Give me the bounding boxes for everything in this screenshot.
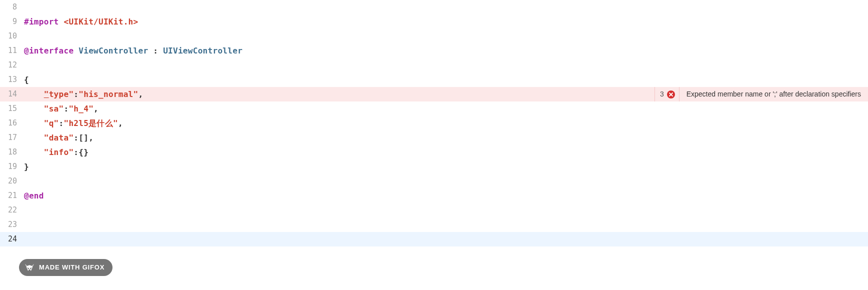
line-number: 14	[0, 88, 24, 100]
code-line[interactable]: 16 "q":"h2l5是什么",	[0, 116, 868, 130]
line-number: 10	[0, 30, 24, 42]
code-line[interactable]: 21@end	[0, 188, 868, 203]
error-message-box[interactable]: Expected member name or ';' after declar…	[679, 87, 868, 102]
code-editor[interactable]: 89#import <UIKit/UIKit.h>1011@interface …	[0, 0, 868, 246]
code-line[interactable]: 24	[0, 232, 868, 246]
code-line[interactable]: 17 "data":[],	[0, 130, 868, 145]
code-line[interactable]: 20	[0, 174, 868, 188]
error-count-box[interactable]: 3	[654, 87, 679, 102]
line-number: 12	[0, 60, 24, 71]
line-number: 23	[0, 219, 24, 230]
code-content[interactable]: @interface ViewController : UIViewContro…	[24, 45, 242, 57]
code-line[interactable]: 18 "info":{}	[0, 145, 868, 160]
code-line[interactable]: 9#import <UIKit/UIKit.h>	[0, 14, 868, 29]
code-line[interactable]: 10	[0, 29, 868, 44]
code-content[interactable]: #import <UIKit/UIKit.h>	[24, 16, 138, 28]
code-content[interactable]: "info":{}	[24, 146, 88, 158]
code-content[interactable]: "type":"his_normal",	[24, 88, 143, 100]
code-line[interactable]: 15 "sa":"h_4",	[0, 102, 868, 116]
line-number: 8	[0, 2, 24, 13]
line-number: 17	[0, 132, 24, 144]
error-message: Expected member name or ';' after declar…	[686, 89, 861, 100]
line-number: 15	[0, 103, 24, 114]
line-number: 21	[0, 190, 24, 202]
error-count: 3	[660, 89, 664, 100]
code-line[interactable]: 22	[0, 203, 868, 218]
line-number: 11	[0, 45, 24, 56]
code-line[interactable]: 19}	[0, 160, 868, 174]
error-annotation[interactable]: 3Expected member name or ';' after decla…	[654, 87, 868, 102]
code-line[interactable]: 14 "type":"his_normal",3Expected member …	[0, 87, 868, 102]
line-number: 13	[0, 74, 24, 86]
code-content[interactable]: "sa":"h_4",	[24, 103, 98, 115]
line-number: 19	[0, 161, 24, 172]
code-line[interactable]: 23	[0, 218, 868, 232]
line-number: 24	[0, 234, 24, 245]
code-content[interactable]: "q":"h2l5是什么",	[24, 118, 123, 130]
error-icon	[667, 90, 675, 98]
code-line[interactable]: 12	[0, 58, 868, 72]
code-line[interactable]: 8	[0, 0, 868, 14]
code-content[interactable]: "data":[],	[24, 132, 94, 144]
line-number: 16	[0, 118, 24, 129]
code-line[interactable]: 11@interface ViewController : UIViewCont…	[0, 44, 868, 58]
line-number: 20	[0, 176, 24, 187]
code-line[interactable]: 13{	[0, 72, 868, 87]
line-number: 9	[0, 16, 24, 28]
code-content[interactable]: @end	[24, 190, 44, 202]
code-content[interactable]: {	[24, 74, 29, 86]
code-content[interactable]: }	[24, 161, 29, 173]
line-number: 18	[0, 146, 24, 158]
line-number: 22	[0, 204, 24, 216]
